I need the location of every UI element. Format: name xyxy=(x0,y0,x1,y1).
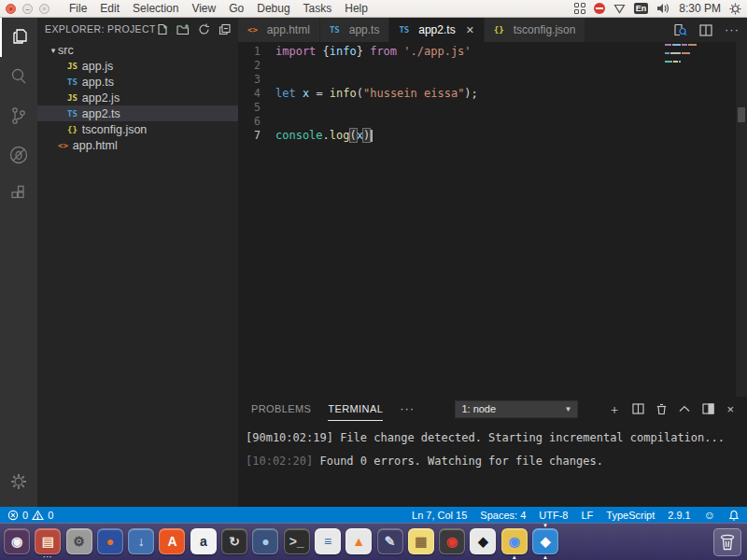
scrollbar-thumb[interactable] xyxy=(738,107,745,122)
status-item[interactable]: TypeScript xyxy=(606,510,655,521)
network-icon[interactable] xyxy=(613,4,626,14)
deluge-icon[interactable]: ● xyxy=(252,528,278,554)
inkscape-icon[interactable]: ◆ xyxy=(470,528,496,554)
menu-view[interactable]: View xyxy=(185,2,222,15)
warnings-icon[interactable] xyxy=(32,510,44,521)
tab-app.html[interactable]: <>app.html xyxy=(238,18,320,42)
code-line-6[interactable]: 6 xyxy=(238,115,747,129)
terminal-app-icon[interactable]: >_ xyxy=(284,528,310,554)
clock[interactable]: 8:30 PM xyxy=(679,2,721,15)
editor-scrollbar[interactable] xyxy=(736,42,747,397)
do-not-disturb-icon[interactable] xyxy=(594,3,605,14)
keyboard-layout-indicator[interactable]: En xyxy=(634,3,649,14)
tab-terminal[interactable]: TERMINAL xyxy=(328,397,383,421)
download-tool-icon[interactable]: ↓ xyxy=(128,528,154,554)
tree-item-app.js[interactable]: JSapp.js xyxy=(37,58,238,74)
minimap[interactable] xyxy=(665,44,698,69)
trash-icon[interactable] xyxy=(713,528,741,556)
status-item[interactable]: Spaces: 4 xyxy=(480,510,526,521)
tree-item-label: src xyxy=(58,44,74,57)
tab-problems[interactable]: PROBLEMS xyxy=(251,397,311,421)
tree-item-app2.js[interactable]: JSapp2.js xyxy=(37,90,238,105)
explorer-icon[interactable] xyxy=(0,18,37,57)
menu-debug[interactable]: Debug xyxy=(250,2,296,15)
errors-icon[interactable] xyxy=(7,510,19,521)
terminal-selector[interactable]: 1: node▼ xyxy=(455,400,578,418)
tree-item-app.ts[interactable]: TSapp.ts xyxy=(37,74,238,90)
system-settings-icon[interactable]: ⚙ xyxy=(66,528,92,554)
search-icon[interactable] xyxy=(0,57,37,96)
new-folder-icon[interactable] xyxy=(176,23,190,35)
libreoffice-writer-icon[interactable]: ≡ xyxy=(315,528,341,554)
menu-edit[interactable]: Edit xyxy=(93,2,126,15)
status-item[interactable]: 2.9.1 xyxy=(668,510,690,521)
collapse-all-icon[interactable] xyxy=(218,23,231,35)
menu-go[interactable]: Go xyxy=(222,2,250,15)
workspace-grid-icon[interactable] xyxy=(574,3,585,14)
new-terminal-icon[interactable]: ＋ xyxy=(608,403,620,415)
terminal-output[interactable]: [90m10:02:19] File change detected. Star… xyxy=(238,421,747,469)
status-item[interactable]: Ln 7, Col 15 xyxy=(412,510,467,521)
tree-item-app2.ts[interactable]: TSapp2.ts xyxy=(37,105,238,121)
refresh-icon[interactable] xyxy=(198,23,210,35)
chrome-icon[interactable]: ◉▲ xyxy=(501,528,528,554)
extensions-icon[interactable] xyxy=(0,175,37,214)
new-file-icon[interactable] xyxy=(156,23,168,35)
close-panel-icon[interactable]: × xyxy=(726,403,734,415)
line-number: 1 xyxy=(238,45,275,59)
menu-tasks[interactable]: Tasks xyxy=(297,2,339,15)
ubuntu-software-icon[interactable]: A xyxy=(159,528,185,554)
menu-selection[interactable]: Selection xyxy=(126,2,185,15)
tree-item-app.html[interactable]: <>app.html xyxy=(37,137,238,153)
screen-recorder-icon[interactable]: ◉ xyxy=(439,528,465,554)
vscode-icon[interactable]: ◆▲▼ xyxy=(532,528,558,554)
menu-help[interactable]: Help xyxy=(338,2,374,15)
maximize-panel-icon[interactable] xyxy=(679,405,690,413)
maximize-window-button[interactable]: ▫ xyxy=(39,4,49,14)
menu-file[interactable]: File xyxy=(63,2,93,15)
debug-disabled-icon[interactable] xyxy=(0,135,37,175)
ubuntu-dash-icon[interactable]: ◉ xyxy=(4,528,30,554)
code-editor[interactable]: 1import {info} from './app.js'234let x =… xyxy=(238,42,747,397)
panel-more-icon[interactable]: ··· xyxy=(400,404,415,413)
warnings-count[interactable]: 0 xyxy=(48,510,53,521)
tree-item-tsconfig.json[interactable]: {}tsconfig.json xyxy=(37,121,238,137)
panel-header: PROBLEMS TERMINAL ··· 1: node▼ ＋ × xyxy=(238,397,747,421)
split-terminal-icon[interactable] xyxy=(632,403,644,414)
vlc-icon[interactable]: ▲ xyxy=(345,528,372,554)
code-line-5[interactable]: 5 xyxy=(238,101,747,115)
source-control-icon[interactable] xyxy=(0,96,37,135)
file-manager-icon[interactable]: ▤··· xyxy=(35,528,61,554)
tab-tsconfig.json[interactable]: {}tsconfig.json xyxy=(485,18,586,42)
image-document-icon[interactable]: ▦ xyxy=(408,528,434,554)
open-preview-icon[interactable] xyxy=(673,23,687,36)
kill-terminal-icon[interactable] xyxy=(656,403,667,415)
status-item[interactable]: UTF-8 xyxy=(539,510,568,521)
color-picker-icon[interactable]: ✎ xyxy=(377,528,403,554)
minimize-window-button[interactable]: – xyxy=(22,4,33,14)
code-line-3[interactable]: 3 xyxy=(238,73,747,87)
code-line-7[interactable]: 7console.log(x) xyxy=(238,129,747,143)
session-gear-icon[interactable] xyxy=(729,3,741,15)
tree-item-label: app.js xyxy=(82,60,113,73)
tab-app2.ts[interactable]: TSapp2.ts✕ xyxy=(389,18,484,42)
close-tab-icon[interactable]: ✕ xyxy=(466,24,474,36)
toggle-panel-icon[interactable] xyxy=(702,403,714,414)
feedback-smiley-icon[interactable]: ☺ xyxy=(704,509,715,522)
more-actions-icon[interactable]: ··· xyxy=(725,25,740,35)
token: from xyxy=(370,45,397,58)
volume-icon[interactable] xyxy=(656,3,670,14)
split-editor-icon[interactable] xyxy=(699,24,712,36)
deluge-glyph: ● xyxy=(261,534,269,549)
tab-app.ts[interactable]: TSapp.ts xyxy=(320,18,390,42)
code-line-4[interactable]: 4let x = info("hussein eissa"); xyxy=(238,87,747,101)
notifications-bell-icon[interactable] xyxy=(728,510,740,521)
software-updater-icon[interactable]: ↻ xyxy=(221,528,247,554)
errors-count[interactable]: 0 xyxy=(22,510,28,521)
status-item[interactable]: LF xyxy=(581,510,593,521)
close-window-button[interactable]: × xyxy=(6,4,16,14)
settings-gear-icon[interactable] xyxy=(0,462,37,501)
tree-item-src[interactable]: ▾src xyxy=(37,42,238,58)
firefox-icon[interactable]: ● xyxy=(97,528,123,554)
amazon-icon[interactable]: a xyxy=(190,528,217,554)
